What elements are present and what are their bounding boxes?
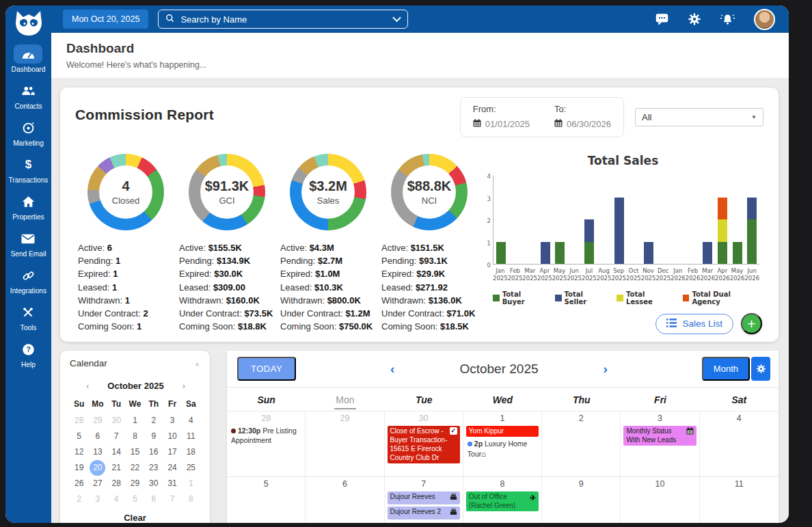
avatar[interactable] [754, 9, 775, 30]
sidebar-item-help[interactable]: ?Help [9, 340, 49, 368]
mini-day[interactable]: 12 [70, 444, 88, 459]
stat-line: Leased: $271.92 [381, 281, 480, 294]
day-cell-6[interactable]: 6 [306, 477, 384, 523]
mini-day[interactable]: 21 [107, 460, 126, 475]
mini-day[interactable]: 29 [88, 413, 107, 428]
mini-day[interactable]: 2 [144, 413, 163, 428]
sidebar-item-contacts[interactable]: Contacts [9, 81, 49, 110]
mini-day[interactable]: 24 [163, 460, 181, 475]
day-cell-8[interactable]: 8✈Out of Office (Rachel Green) [463, 477, 542, 523]
mini-day[interactable]: 2 [70, 491, 88, 506]
event-pre-listing-appointm[interactable]: 12:30p Pre Listing Appointment [230, 426, 302, 446]
mini-day[interactable]: 18 [182, 444, 200, 459]
day-cell-30[interactable]: 30✓Close of Escrow - Buyer Transaction-1… [385, 411, 463, 476]
weekday-sat: Sat [700, 394, 779, 405]
mini-day[interactable]: 5 [126, 491, 144, 506]
to-date-input[interactable]: 06/30/2026 [554, 119, 611, 129]
search-input[interactable]: Search by Name [158, 10, 408, 29]
event-yom-kippur[interactable]: Yom Kippur [466, 426, 539, 437]
day-cell-28[interactable]: 2812:30p Pre Listing Appointment [227, 411, 306, 476]
day-cell-5[interactable]: 5 [227, 477, 306, 523]
mini-day[interactable]: 1 [126, 413, 144, 428]
mini-day[interactable]: 27 [88, 476, 107, 491]
stacked-bar [584, 219, 594, 264]
mini-day[interactable]: 3 [88, 491, 107, 506]
stacked-bar [703, 242, 712, 265]
calendar-settings-gear-icon[interactable] [751, 357, 770, 381]
calendar-icon [686, 427, 694, 437]
collapse-triangle-icon[interactable]: ▲ [194, 360, 200, 367]
clear-button[interactable]: Clear [70, 513, 200, 523]
from-date-input[interactable]: 01/01/2025 [473, 119, 530, 129]
sales-list-button[interactable]: Sales List [655, 314, 733, 334]
mini-day[interactable]: 26 [70, 476, 88, 491]
mini-day[interactable]: 29 [126, 476, 144, 491]
prev-month-button[interactable]: ‹ [390, 362, 394, 377]
day-cell-7[interactable]: 7Dujour ReevesDujour Reeves 2 [385, 477, 463, 523]
next-month-button[interactable]: › [604, 362, 608, 377]
sidebar-item-send-email[interactable]: Send Email [9, 229, 49, 258]
mini-day[interactable]: 1 [182, 476, 200, 491]
event-dujour-reeves-2[interactable]: Dujour Reeves 2 [388, 506, 460, 519]
mini-day[interactable]: 25 [182, 460, 200, 475]
mini-day[interactable]: 9 [144, 429, 163, 444]
bell-icon[interactable] [720, 12, 735, 27]
mini-day[interactable]: 7 [107, 429, 126, 444]
mini-day[interactable]: 8 [126, 429, 144, 444]
mini-day[interactable]: 28 [70, 413, 88, 428]
gear-icon[interactable] [688, 12, 701, 26]
day-cell-1[interactable]: 1Yom Kippur2p Luxury Home Tour⌂ [463, 411, 542, 476]
sidebar-item-transactions[interactable]: $Transactions [9, 155, 49, 184]
mini-day-selected[interactable]: 20 [88, 460, 107, 475]
event-luxury-home-tour[interactable]: 2p Luxury Home Tour⌂ [466, 439, 539, 459]
sidebar-item-properties[interactable]: Properties [9, 192, 49, 221]
mini-day[interactable]: 4 [182, 413, 200, 428]
event-close-of-escrow---bu[interactable]: ✓Close of Escrow - Buyer Transaction-156… [388, 426, 460, 463]
mini-day[interactable]: 14 [107, 444, 126, 459]
day-cell-11[interactable]: 11 [700, 477, 779, 523]
mini-day[interactable]: 6 [88, 429, 107, 444]
chevron-down-icon[interactable] [392, 13, 401, 25]
day-cell-4[interactable]: 4 [700, 411, 779, 476]
mini-day[interactable]: 23 [144, 460, 163, 475]
sidebar-item-dashboard[interactable]: Dashboard [9, 44, 49, 73]
mini-day[interactable]: 3 [163, 413, 181, 428]
mini-day[interactable]: 19 [70, 460, 88, 475]
mini-day[interactable]: 30 [107, 413, 126, 428]
event-dujour-reeves[interactable]: Dujour Reeves [388, 491, 460, 504]
mini-day[interactable]: 10 [163, 429, 181, 444]
mini-next-month-button[interactable]: › [182, 381, 185, 391]
type-filter-select[interactable]: All ▼ [635, 108, 763, 126]
sidebar-item-integrations[interactable]: Integrations [9, 266, 49, 295]
mini-day[interactable]: 7 [163, 491, 181, 506]
event-monthly-status-with-[interactable]: Monthly Status With New Leads [623, 426, 696, 446]
mini-day[interactable]: 13 [88, 444, 107, 459]
mini-day[interactable]: 28 [107, 476, 126, 491]
day-cell-10[interactable]: 10 [621, 477, 699, 523]
mini-day[interactable]: 5 [70, 429, 88, 444]
mini-day[interactable]: 30 [144, 476, 163, 491]
today-button[interactable]: TODAY [237, 357, 296, 381]
mini-day[interactable]: 4 [107, 491, 126, 506]
day-cell-3[interactable]: 3Monthly Status With New Leads [621, 411, 699, 476]
chat-icon[interactable] [655, 12, 669, 26]
mini-day[interactable]: 17 [163, 444, 181, 459]
current-date-button[interactable]: Mon Oct 20, 2025 [63, 10, 148, 29]
mini-day[interactable]: 22 [126, 460, 144, 475]
mini-day[interactable]: 15 [126, 444, 144, 459]
sidebar-item-marketing[interactable]: Marketing [9, 118, 49, 147]
mini-day[interactable]: 31 [163, 476, 181, 491]
mini-day[interactable]: 8 [182, 491, 200, 506]
mini-prev-month-button[interactable]: ‹ [86, 381, 89, 391]
view-month-button[interactable]: Month [702, 357, 750, 381]
day-cell-29[interactable]: 29 [306, 411, 384, 476]
mini-day[interactable]: 16 [144, 444, 163, 459]
day-cell-9[interactable]: 9 [542, 477, 621, 523]
event-out-of-office-(rache[interactable]: ✈Out of Office (Rachel Green) [466, 491, 539, 511]
mini-day[interactable]: 11 [182, 429, 200, 444]
day-cell-2[interactable]: 2 [542, 411, 621, 476]
sidebar-item-tools[interactable]: Tools [9, 303, 49, 332]
bar-slot [701, 176, 716, 264]
mini-day[interactable]: 6 [144, 491, 163, 506]
add-sale-button[interactable]: + [741, 313, 762, 334]
